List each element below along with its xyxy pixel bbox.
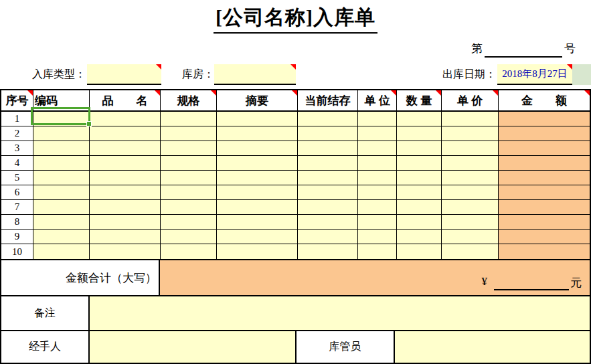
row-number-cell[interactable]: 1 [1,112,33,126]
summary-cell[interactable] [217,215,298,229]
product-cell[interactable] [90,185,161,199]
balance-cell[interactable] [298,215,358,229]
unit-cell[interactable] [358,171,397,185]
entry-type-field[interactable] [87,64,161,85]
summary-cell[interactable] [217,200,298,214]
qty-cell[interactable] [397,244,442,259]
amount-cell[interactable] [499,141,590,155]
product-cell[interactable] [90,244,161,259]
unit-cell[interactable] [358,126,397,141]
spec-cell[interactable] [161,185,217,199]
amount-cell[interactable] [499,185,590,199]
balance-cell[interactable] [298,185,358,199]
qty-cell[interactable] [397,126,442,141]
code-cell[interactable] [33,171,90,185]
row-number-cell[interactable]: 9 [1,230,33,244]
code-cell[interactable] [33,141,90,155]
qty-cell[interactable] [397,215,442,229]
balance-cell[interactable] [298,141,358,155]
unit-cell[interactable] [358,112,397,126]
balance-cell[interactable] [298,112,358,126]
balance-cell[interactable] [298,244,358,259]
doc-number-blank[interactable] [485,40,562,58]
qty-cell[interactable] [397,200,442,214]
price-cell[interactable] [442,156,499,170]
product-cell[interactable] [90,141,161,155]
spec-cell[interactable] [161,230,217,244]
row-number-cell[interactable]: 6 [1,185,33,199]
code-cell[interactable] [33,230,90,244]
spec-cell[interactable] [161,200,217,214]
header-quantity[interactable]: 数 量 [397,90,442,110]
header-spec[interactable]: 规格 [161,90,217,110]
header-current-balance[interactable]: 当前结存 [298,90,358,110]
spec-cell[interactable] [161,156,217,170]
date-field[interactable]: 2018年8月27日 [497,64,572,85]
summary-cell[interactable] [217,230,298,244]
balance-cell[interactable] [298,230,358,244]
spec-cell[interactable] [161,141,217,155]
code-cell[interactable] [33,244,90,259]
code-cell[interactable] [33,185,90,199]
header-unit-price[interactable]: 单 价 [442,90,499,110]
code-cell[interactable] [33,200,90,214]
balance-cell[interactable] [298,126,358,141]
price-cell[interactable] [442,230,499,244]
price-cell[interactable] [442,200,499,214]
summary-cell[interactable] [217,126,298,141]
amount-cell[interactable] [499,126,590,141]
qty-cell[interactable] [397,185,442,199]
product-cell[interactable] [90,171,161,185]
header-unit[interactable]: 单 位 [358,90,397,110]
price-cell[interactable] [442,171,499,185]
row-number-cell[interactable]: 3 [1,141,33,155]
spec-cell[interactable] [161,126,217,141]
unit-cell[interactable] [358,244,397,259]
code-cell[interactable] [33,156,90,170]
amount-cell[interactable] [499,112,590,126]
amount-cell[interactable] [499,200,590,214]
keeper-input-cell[interactable] [395,331,590,363]
product-cell[interactable] [90,126,161,141]
amount-cell[interactable] [499,171,590,185]
unit-cell[interactable] [358,141,397,155]
balance-cell[interactable] [298,200,358,214]
qty-cell[interactable] [397,141,442,155]
remarks-input-cell[interactable] [90,296,590,330]
header-amount[interactable]: 金 额 [499,90,590,110]
header-seq[interactable]: 序号 [1,90,33,110]
product-cell[interactable] [90,112,161,126]
header-summary[interactable]: 摘要 [217,90,298,110]
row-number-cell[interactable]: 7 [1,200,33,214]
fill-handle[interactable] [86,121,92,126]
date-side-cell[interactable] [572,64,591,85]
unit-cell[interactable] [358,230,397,244]
row-number-cell[interactable]: 5 [1,171,33,185]
price-cell[interactable] [442,215,499,229]
header-product-name[interactable]: 品 名 [90,90,161,110]
qty-cell[interactable] [397,112,442,126]
summary-cell[interactable] [217,185,298,199]
code-cell[interactable] [33,126,90,141]
code-cell[interactable] [33,215,90,229]
price-cell[interactable] [442,112,499,126]
amount-cell[interactable] [499,230,590,244]
amount-cell[interactable] [499,215,590,229]
price-cell[interactable] [442,141,499,155]
product-cell[interactable] [90,215,161,229]
handler-input-cell[interactable] [90,331,297,363]
price-cell[interactable] [442,126,499,141]
summary-cell[interactable] [217,171,298,185]
product-cell[interactable] [90,230,161,244]
summary-cell[interactable] [217,156,298,170]
summary-cell[interactable] [217,141,298,155]
warehouse-field[interactable] [214,64,296,85]
spec-cell[interactable] [161,112,217,126]
row-number-cell[interactable]: 2 [1,126,33,141]
row-number-cell[interactable]: 10 [1,244,33,259]
spec-cell[interactable] [161,215,217,229]
row-number-cell[interactable]: 4 [1,156,33,170]
balance-cell[interactable] [298,171,358,185]
qty-cell[interactable] [397,171,442,185]
price-cell[interactable] [442,244,499,259]
